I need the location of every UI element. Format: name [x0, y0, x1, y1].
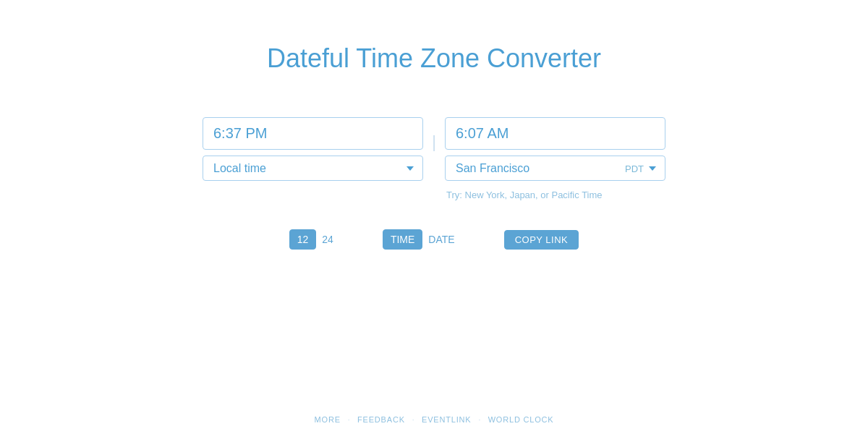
footer-worldclock-link[interactable]: WORLD CLOCK [488, 415, 554, 424]
footer-dot-2: · [412, 416, 414, 424]
mode-toggle: TIME DATE [383, 229, 461, 250]
right-timezone-select[interactable]: San Francisco [445, 156, 665, 181]
left-time-block: Local time [203, 117, 423, 181]
divider: | [423, 117, 445, 152]
controls-row: 12 24 TIME DATE COPY LINK [203, 229, 665, 250]
footer-dot-1: · [348, 416, 350, 424]
format-24-button[interactable]: 24 [316, 230, 339, 249]
left-timezone-wrapper: Local time [203, 156, 423, 181]
footer-more-link[interactable]: MORE [315, 415, 341, 424]
right-time-input[interactable] [445, 117, 665, 150]
footer: MORE · FEEDBACK · EVENTLINK · WORLD CLOC… [0, 405, 868, 434]
mode-date-button[interactable]: DATE [422, 230, 460, 249]
copy-link-button[interactable]: COPY LINK [504, 230, 579, 250]
format-toggle: 12 24 [289, 229, 339, 250]
footer-eventlink-link[interactable]: EVENTLINK [422, 415, 471, 424]
footer-feedback-link[interactable]: FEEDBACK [357, 415, 405, 424]
right-timezone-wrapper: San Francisco PDT [445, 156, 665, 181]
left-time-input[interactable] [203, 117, 423, 150]
page-title: Dateful Time Zone Converter [267, 43, 601, 74]
timezone-hint: Try: New York, Japan, or Pacific Time [445, 190, 665, 200]
mode-time-button[interactable]: TIME [383, 229, 422, 250]
right-time-block: San Francisco PDT Try: New York, Japan, … [445, 117, 665, 200]
format-12-button[interactable]: 12 [289, 229, 317, 250]
converter-area: Local time | San Francisco PDT Try: New … [203, 117, 665, 200]
footer-dot-3: · [478, 416, 480, 424]
left-timezone-select[interactable]: Local time [203, 156, 423, 181]
